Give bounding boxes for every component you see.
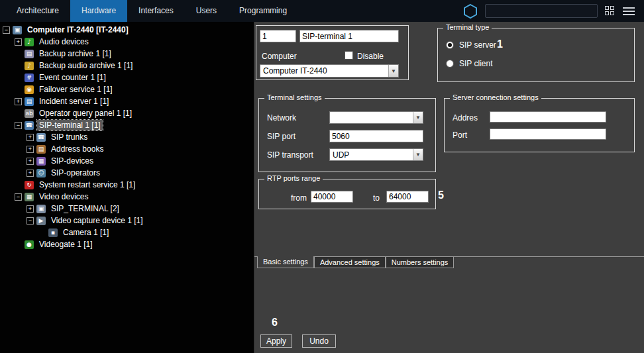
tree-item-operator-query-panel-1-1[interactable]: abOperator query panel 1 [1] xyxy=(0,107,254,119)
videogate-icon: ● xyxy=(25,240,34,249)
port-label: Port xyxy=(453,130,467,140)
tree-item-videogate-1-1[interactable]: ●Videogate 1 [1] xyxy=(0,238,254,250)
settings-panel: Computer Disable Computer IT-2440 ▼ Term… xyxy=(254,22,644,353)
tree-item-event-counter-1-1[interactable]: #Event counter 1 [1] xyxy=(0,72,254,83)
expander-icon[interactable]: + xyxy=(15,38,22,46)
search-input[interactable] xyxy=(485,4,598,18)
address-books-icon: ▤ xyxy=(36,145,46,154)
sip-terminal-icon: ☎ xyxy=(25,121,34,130)
sip-port-label: SIP port xyxy=(267,132,295,141)
terminal-type-option-sip-client[interactable]: SIP client xyxy=(446,59,492,68)
rtp-from-field[interactable] xyxy=(311,191,353,203)
tree-item-label: Event counter 1 [1] xyxy=(37,72,108,83)
tree-item-sip-trunks[interactable]: +☎SIP trunks xyxy=(0,131,254,143)
tree-item-computer-it-2440-it-2440[interactable]: −▣Computer IT-2440 [IT-2440] xyxy=(0,24,254,36)
expander-icon[interactable]: + xyxy=(27,134,34,141)
nav-item-architecture[interactable]: Architecture xyxy=(5,0,70,22)
terminal-type-option-sip-server[interactable]: SIP server xyxy=(446,40,496,50)
tree-item-label: SIP-operators xyxy=(49,168,102,178)
tree-item-sip-terminal-2[interactable]: +▣SIP_TERMINAL [2] xyxy=(0,203,254,215)
camera-icon: ▪ xyxy=(48,228,58,237)
terminal-type-group: Terminal type SIP serverSIP client xyxy=(437,28,635,82)
expander-icon[interactable]: + xyxy=(27,146,34,153)
terminal-type-caption: Terminal type xyxy=(443,23,492,31)
top-nav: ArchitectureHardwareInterfacesUsersProgr… xyxy=(0,0,644,22)
tree-item-label: Failover service 1 [1] xyxy=(37,84,115,95)
tree-item-label: Operator query panel 1 [1] xyxy=(37,108,134,119)
tree-item-backup-audio-archive-1-1[interactable]: ♪Backup audio archive 1 [1] xyxy=(0,60,254,72)
tree-item-backup-archive-1-1[interactable]: ▤Backup archive 1 [1] xyxy=(0,48,254,60)
rtp-to-field[interactable] xyxy=(386,191,429,203)
network-select[interactable]: ▼ xyxy=(329,111,423,124)
tree-item-audio-devices[interactable]: +♪Audio devices xyxy=(0,36,254,48)
chevron-down-icon: ▼ xyxy=(413,112,423,123)
object-id-field[interactable] xyxy=(260,30,296,42)
tree-item-video-devices[interactable]: −▦Video devices xyxy=(0,191,254,203)
annotation-4: 4 xyxy=(400,148,405,160)
tree-item-video-capture-device-1-1[interactable]: −▶Video capture device 1 [1] xyxy=(0,215,254,227)
identity-box: Computer Disable Computer IT-2440 ▼ xyxy=(256,25,409,80)
logo-hexagon-icon xyxy=(463,3,478,19)
annotation-1: 1 xyxy=(497,38,503,50)
tree-item-sip-devices[interactable]: +▦SIP-devices xyxy=(0,155,254,167)
grid-cell xyxy=(610,11,614,15)
nav-item-users[interactable]: Users xyxy=(185,0,228,22)
nav-item-hardware[interactable]: Hardware xyxy=(70,0,127,22)
tree-item-label: Incident server 1 [1] xyxy=(37,96,111,107)
incident-server-icon: ▤ xyxy=(25,97,34,106)
addres-field[interactable] xyxy=(490,111,606,123)
expander-icon[interactable]: − xyxy=(3,26,10,34)
burger-bar xyxy=(623,14,635,15)
server-connection-caption: Server connection settings xyxy=(450,93,541,101)
rtp-from-label: from xyxy=(291,193,307,203)
tree-item-address-books[interactable]: +▤Address books xyxy=(0,143,254,155)
tab-numbers-settings[interactable]: Numbers settings xyxy=(386,257,455,268)
expander-icon[interactable]: − xyxy=(27,217,34,225)
annotation-6: 6 xyxy=(272,317,278,328)
grid-cell xyxy=(605,6,609,10)
backup-archive-icon: ▤ xyxy=(25,50,34,58)
computer-select[interactable]: Computer IT-2440 ▼ xyxy=(260,64,399,77)
burger-bar xyxy=(623,11,635,12)
expander-icon[interactable]: + xyxy=(27,170,34,177)
expander-icon[interactable]: + xyxy=(15,98,22,105)
nav-item-interfaces[interactable]: Interfaces xyxy=(127,0,185,22)
hamburger-menu-icon[interactable] xyxy=(623,7,635,15)
expander-icon[interactable]: + xyxy=(27,205,34,213)
tree-item-sip-operators[interactable]: +☺SIP-operators xyxy=(0,167,254,179)
expander-icon[interactable]: − xyxy=(15,193,22,201)
apply-button[interactable]: Apply xyxy=(260,334,292,348)
tree-item-label: Video capture device 1 [1] xyxy=(49,215,145,226)
annotation-2: 2 xyxy=(400,111,405,123)
topbar-right xyxy=(463,3,644,19)
tree-item-label: SIP-terminal 1 [1] xyxy=(37,120,103,130)
tree-item-failover-service-1-1[interactable]: ◉Failover service 1 [1] xyxy=(0,83,254,95)
radio-sip-client[interactable] xyxy=(446,60,454,68)
radio-label: SIP server xyxy=(459,40,496,50)
radio-sip-server[interactable] xyxy=(446,41,454,49)
tree-item-sip-terminal-1-1[interactable]: −☎SIP-terminal 1 [1] xyxy=(0,119,254,131)
chevron-down-icon: ▼ xyxy=(413,149,423,160)
tab-basic-settings[interactable]: Basic settings xyxy=(257,256,314,268)
expander-icon[interactable]: + xyxy=(27,158,34,165)
tree-item-system-restart-service-1-1[interactable]: ↻System restart service 1 [1] xyxy=(0,179,254,191)
object-name-field[interactable] xyxy=(299,30,399,42)
nav-item-programming[interactable]: Programming xyxy=(228,0,298,22)
grid-view-icon[interactable] xyxy=(605,6,616,17)
burger-bar xyxy=(623,7,635,9)
tree-item-label: System restart service 1 [1] xyxy=(37,179,137,190)
tree-item-label: Camera 1 [1] xyxy=(61,227,111,238)
disable-checkbox[interactable] xyxy=(345,51,353,60)
tree-item-camera-1-1[interactable]: ▪Camera 1 [1] xyxy=(0,227,254,238)
server-connection-group: Server connection settings Addres Port xyxy=(444,98,635,152)
tab-advanced-settings[interactable]: Advanced settings xyxy=(314,257,386,268)
disable-label: Disable xyxy=(357,52,384,61)
grid-cell xyxy=(610,6,614,10)
port-field[interactable] xyxy=(490,128,606,140)
tree-item-incident-server-1-1[interactable]: +▤Incident server 1 [1] xyxy=(0,95,254,107)
annotation-3: 3 xyxy=(405,129,411,141)
sip-transport-select[interactable]: UDP ▼ xyxy=(329,148,423,161)
undo-button[interactable]: Undo xyxy=(302,334,336,348)
chevron-down-icon: ▼ xyxy=(388,65,398,77)
expander-icon[interactable]: − xyxy=(15,122,22,129)
